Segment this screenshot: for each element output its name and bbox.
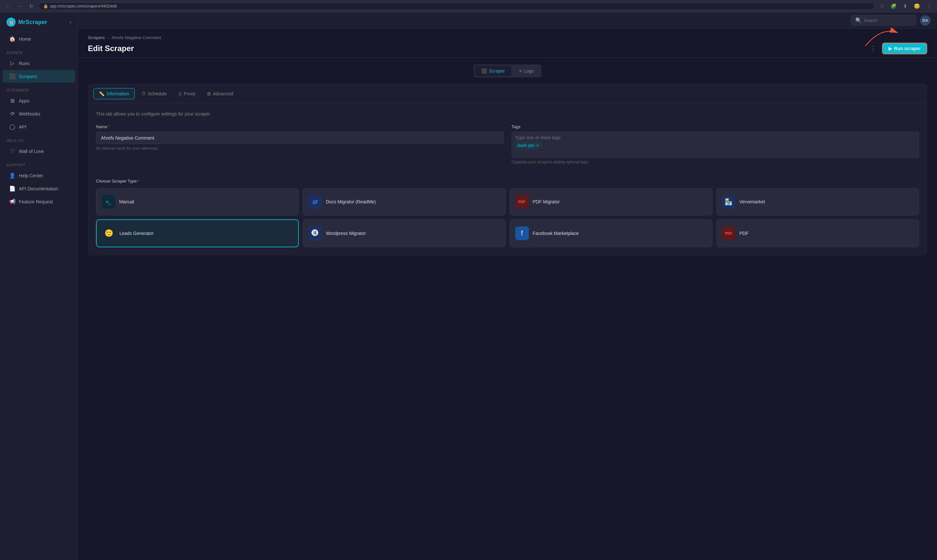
wordpress-migrator-icon: 🅦 xyxy=(308,226,322,240)
tag-label: leads gen xyxy=(518,143,535,148)
proxy-tab-icon: ⟨⟩ xyxy=(178,91,182,96)
tab-scraper[interactable]: ⬛ Scraper xyxy=(475,66,511,76)
sidebar-item-label-help-center: Help Center xyxy=(19,173,43,178)
app-container: 🤖 MrScraper ‹ 🏠 Home Scrape ▷ Runs ⬛ Scr… xyxy=(0,12,937,560)
webhooks-icon: ⟳ xyxy=(9,111,15,117)
name-input[interactable] xyxy=(96,132,504,144)
run-scraper-button[interactable]: ▶ Run scraper xyxy=(882,43,927,54)
tag-remove-button[interactable]: ✕ xyxy=(536,143,539,148)
sidebar-section-helpus: Help Us xyxy=(0,134,78,145)
pdf-migrator-icon: PDF xyxy=(515,195,529,209)
leads-generator-label: Leads Generator xyxy=(120,231,154,236)
advanced-tab-icon: ⊞ xyxy=(207,91,211,96)
sidebar-item-label-wall-of-love: Wall of Love xyxy=(19,149,44,154)
refresh-button[interactable]: ↻ xyxy=(27,3,35,9)
sidebar-item-apps[interactable]: ⊞ Apps xyxy=(3,94,75,107)
menu-button[interactable]: ⋮ xyxy=(925,3,933,10)
user-avatar: DA xyxy=(920,15,931,26)
scrapers-icon: ⬛ xyxy=(9,73,15,79)
sidebar-section-scrape: Scrape xyxy=(0,46,78,57)
sidebar-item-runs[interactable]: ▷ Runs xyxy=(3,57,75,70)
breadcrumb: Scrapers › Ahrefs Negative Comment xyxy=(88,35,927,40)
page-header: Scrapers › Ahrefs Negative Comment Edit … xyxy=(78,29,937,58)
scraper-card-pdf-migrator[interactable]: PDF PDF Migrator xyxy=(510,188,712,215)
information-tab-icon: ✏️ xyxy=(99,91,105,96)
scraper-card-vervemarket[interactable]: 🏪 Vervemarket xyxy=(716,188,919,215)
sidebar-item-api-docs[interactable]: 📄 API Documentation xyxy=(3,182,75,195)
logo-text: MrScraper xyxy=(18,19,47,26)
sidebar-nav: 🏠 Home Scrape ▷ Runs ⬛ Scrapers Integrat… xyxy=(0,32,78,208)
scraper-card-leads-generator[interactable]: 🙂 Leads Generator xyxy=(96,219,299,247)
sidebar-section-integrate: Integrate xyxy=(0,83,78,94)
sidebar-item-label-feature-request: Feature Request xyxy=(19,199,53,205)
search-input[interactable] xyxy=(864,18,912,23)
information-tab-label: Information xyxy=(106,91,129,96)
search-bar[interactable]: 🔍 xyxy=(851,15,916,26)
sidebar-item-webhooks[interactable]: ⟳ Webhooks xyxy=(3,108,75,120)
sidebar-item-feature-request[interactable]: 📢 Feature Request xyxy=(3,195,75,208)
scraper-card-facebook-marketplace[interactable]: f Facebook Marketplace xyxy=(510,219,712,247)
url-bar[interactable]: 🔒 app.mrscraper.com/scrapers/4402/edit xyxy=(38,2,875,10)
info-tab-information[interactable]: ✏️ Information xyxy=(94,88,135,99)
tags-input[interactable] xyxy=(515,135,916,140)
logs-tab-icon: ≡ xyxy=(519,68,522,74)
main-content: 🔍 DA Scrapers › Ahrefs Negative Comment … xyxy=(78,12,937,560)
tag-badge-leads-gen: leads gen ✕ xyxy=(515,142,542,149)
profile-button[interactable]: 😊 xyxy=(912,3,922,10)
run-label: Run scraper xyxy=(894,46,921,51)
logo-icon: 🤖 xyxy=(6,18,15,27)
sidebar-collapse-button[interactable]: ‹ xyxy=(70,19,71,25)
sidebar-item-wall-of-love[interactable]: ♡ Wall of Love xyxy=(3,145,75,157)
person-icon: 👤 xyxy=(9,172,15,178)
scraper-type-label: Choose Scraper Type * xyxy=(96,178,919,183)
scraper-card-docs-migrator[interactable]: ⇄ Docs Migrator (ReadMe) xyxy=(303,188,505,215)
more-options-button[interactable]: ⋮ xyxy=(868,44,879,53)
heart-icon: ♡ xyxy=(9,148,15,154)
page-title: Edit Scraper xyxy=(88,44,134,53)
sidebar-item-help-center[interactable]: 👤 Help Center xyxy=(3,169,75,182)
scraper-card-pdf[interactable]: PDF PDF xyxy=(716,219,919,247)
breadcrumb-parent[interactable]: Scrapers xyxy=(88,35,105,40)
url-text: app.mrscraper.com/scrapers/4402/edit xyxy=(50,4,117,8)
advanced-tab-label: Advanced xyxy=(213,91,233,96)
pdf-icon: PDF xyxy=(722,226,735,240)
wordpress-migrator-label: Wordpress Migrator xyxy=(326,231,366,236)
name-label: Name * xyxy=(96,124,504,129)
info-panel: ✏️ Information ⏱ Schedule ⟨⟩ Proxy ⊞ Adv… xyxy=(88,84,927,255)
tags-label: Tags xyxy=(512,124,919,129)
scraper-card-manual[interactable]: >_ Manual xyxy=(96,188,299,215)
tags-container[interactable]: leads gen ✕ xyxy=(512,132,919,158)
scraper-tab-icon: ⬛ xyxy=(482,68,487,74)
scraper-type-required-star: * xyxy=(138,178,139,183)
sidebar-item-scrapers[interactable]: ⬛ Scrapers xyxy=(3,70,75,83)
vervemarket-icon: 🏪 xyxy=(722,195,735,209)
forward-button[interactable]: → xyxy=(15,3,24,9)
sidebar-item-label-api-docs: API Documentation xyxy=(19,186,58,191)
sidebar-item-api[interactable]: ◯ API xyxy=(3,120,75,133)
sidebar-item-home[interactable]: 🏠 Home xyxy=(3,32,75,45)
info-tab-proxy[interactable]: ⟨⟩ Proxy xyxy=(173,88,200,99)
breadcrumb-separator: › xyxy=(108,35,109,40)
info-tab-schedule[interactable]: ⏱ Schedule xyxy=(136,88,172,99)
view-tabs-row: ⬛ Scraper ≡ Logs xyxy=(78,58,937,77)
form-group-name: Name * An internal name for your referen… xyxy=(96,124,504,164)
download-button[interactable]: ⬇ xyxy=(902,3,909,10)
info-tab-advanced[interactable]: ⊞ Advanced xyxy=(202,88,238,99)
manual-label: Manual xyxy=(119,199,134,205)
proxy-tab-label: Proxy xyxy=(183,91,195,96)
page-actions: ⋮ ▶ Run scraper xyxy=(868,43,927,54)
facebook-marketplace-icon: f xyxy=(515,226,529,240)
form-content: This tab allows you to configure setting… xyxy=(88,103,927,178)
extensions-button[interactable]: 🧩 xyxy=(889,3,898,10)
scraper-card-wordpress-migrator[interactable]: 🅦 Wordpress Migrator xyxy=(303,219,505,247)
tab-logs[interactable]: ≡ Logs xyxy=(512,66,540,76)
bookmark-button[interactable]: ☆ xyxy=(878,3,886,10)
sidebar-item-label-webhooks: Webhooks xyxy=(19,111,40,117)
page-title-row: Edit Scraper ⋮ ▶ Run scraper xyxy=(88,43,927,54)
facebook-marketplace-label: Facebook Marketplace xyxy=(533,231,579,236)
back-button[interactable]: ← xyxy=(4,3,12,9)
tags-hint: Organize your scrapers adding optional t… xyxy=(512,160,919,164)
info-tab-bar: ✏️ Information ⏱ Schedule ⟨⟩ Proxy ⊞ Adv… xyxy=(88,84,927,103)
name-hint: An internal name for your reference. xyxy=(96,146,504,151)
home-icon: 🏠 xyxy=(9,36,15,42)
